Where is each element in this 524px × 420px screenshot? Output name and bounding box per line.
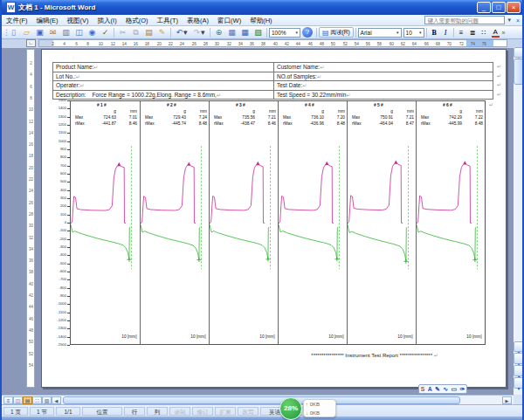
menu-item-1[interactable]: 编辑(E) — [32, 15, 63, 26]
horizontal-scroll-thumb[interactable] — [63, 396, 460, 404]
y-axis-tick-label: 0 — [52, 221, 66, 224]
insert-hyperlink-button[interactable]: ⊕ — [212, 27, 225, 38]
vertical-scrollbar[interactable]: ▲ ▼ ▲ ● ▼ — [514, 47, 524, 395]
table-cell-right[interactable]: Customer Name:↵ — [274, 63, 493, 72]
column-indicator[interactable]: 列 — [147, 407, 168, 416]
redo-button[interactable]: ↷▾ — [190, 27, 208, 38]
numbering-button[interactable]: ≣ — [467, 27, 479, 38]
scroll-up-button[interactable]: ▲ — [514, 47, 524, 58]
font-name-combobox[interactable]: Arial▾ — [358, 28, 402, 38]
title-bar[interactable]: W 文档 1 - Microsoft Word _□× — [2, 0, 522, 15]
normal-view-button[interactable]: ≡ — [3, 396, 13, 404]
paste-button[interactable]: ▤ — [142, 27, 155, 38]
menu-item-8[interactable]: 帮助(H) — [245, 15, 276, 26]
network-speed-panel[interactable]: ↑ 0KB ↓ 0KB — [303, 399, 336, 417]
italic-button[interactable]: I — [440, 27, 452, 38]
horizontal-ruler[interactable]: 2468101214161820222426283032343638404244… — [38, 39, 507, 47]
position-indicator[interactable]: 位置 — [82, 407, 122, 416]
next-page-button[interactable]: ▼ — [514, 377, 524, 389]
close-button[interactable]: × — [507, 2, 521, 13]
read-mode-button[interactable]: ▤阅读(R) — [319, 27, 354, 38]
help-dropdown-icon[interactable]: ▾ — [505, 17, 514, 24]
cut-button[interactable]: ✂ — [116, 27, 129, 38]
mode-改写[interactable]: 改写 — [238, 407, 259, 416]
menu-item-3[interactable]: 插入(I) — [93, 15, 121, 26]
tab-selector-button[interactable]: ∟ — [26, 39, 36, 47]
scroll-right-button[interactable]: ▶ — [502, 396, 512, 404]
web-layout-view-button[interactable]: ◫ — [13, 396, 23, 404]
outline-view-button[interactable]: ∷ — [32, 396, 42, 404]
font-name-value: Arial — [361, 30, 372, 36]
table-cell-left[interactable]: Product Name:↵ — [53, 63, 274, 72]
undo-button[interactable]: ↶▾ — [173, 27, 190, 38]
table-cell-left[interactable]: Operater:↵ — [53, 81, 274, 90]
table-cell-right[interactable]: Test Speed = 30.22mm/min↵ — [274, 91, 493, 100]
menu-item-6[interactable]: 表格(A) — [183, 15, 213, 26]
table-cell-left[interactable]: Lot No.:↵ — [53, 72, 274, 81]
tables-and-borders-button[interactable]: ▦ — [225, 27, 238, 38]
print-layout-view-button[interactable]: ▤ — [23, 396, 32, 404]
ruler-number: 40 — [272, 41, 277, 47]
freehand-annotate-icon[interactable]: ∿ — [443, 385, 448, 393]
restore-button[interactable]: □ — [492, 2, 506, 13]
col-header-g: g — [367, 109, 393, 114]
toolbar-overflow-icon[interactable]: » — [502, 30, 506, 36]
menu-item-7[interactable]: 窗口(W) — [213, 15, 245, 26]
print-button[interactable]: ▥ — [59, 27, 72, 38]
scroll-down-button[interactable]: ▼ — [514, 341, 524, 352]
table-cell-left[interactable]: Description: Force Range = 1000.22g,Elon… — [53, 91, 274, 100]
scroll-left-button[interactable]: ◀ — [52, 396, 61, 404]
minimize-button[interactable]: _ — [477, 2, 491, 13]
page-indicator[interactable]: 1 页 — [3, 407, 28, 416]
table-cell-right[interactable]: NO.of Samples:↵ — [274, 72, 493, 81]
open-folder-button[interactable]: ▱ — [20, 27, 33, 38]
spelling-button[interactable]: ✓ — [99, 27, 112, 38]
panel-curves — [279, 101, 348, 344]
menu-item-5[interactable]: 工具(T) — [153, 15, 183, 26]
research-button[interactable]: ◉ — [86, 27, 99, 38]
format-painter-button[interactable]: ✎ — [155, 27, 169, 38]
font-size-combobox[interactable]: 10▾ — [403, 28, 424, 38]
line-indicator[interactable]: 行 — [124, 407, 145, 416]
mode-修订[interactable]: 修订 — [192, 407, 213, 416]
y-axis-tick-label: 1500 — [52, 99, 66, 102]
y-axis-tick-label: -1000 — [52, 302, 66, 306]
network-speed-ball[interactable]: 28% — [279, 397, 302, 420]
page-count-indicator[interactable]: 1/1 — [56, 407, 80, 416]
brush-annotate-icon[interactable]: ✑ — [459, 385, 465, 393]
vertical-ruler[interactable]: 2468101214161820222426283032343638404244… — [26, 49, 35, 388]
mode-录制[interactable]: 录制 — [169, 407, 190, 416]
section-indicator[interactable]: 1 节 — [30, 407, 54, 416]
save-capture-icon[interactable]: S — [421, 385, 425, 393]
select-browse-object-button[interactable]: ● — [514, 365, 524, 376]
help-icon[interactable]: ? — [302, 27, 313, 38]
pen-annotate-icon[interactable]: ✎ — [435, 385, 440, 393]
mode-扩展[interactable]: 扩展 — [215, 407, 236, 416]
copy-button[interactable]: ⧉ — [129, 27, 142, 38]
document-page[interactable]: Product Name:↵Customer Name:↵Lot No.:↵NO… — [41, 49, 507, 388]
menubar-close-icon[interactable]: × — [514, 17, 522, 24]
new-document-button[interactable]: ▯ — [7, 27, 20, 38]
table-row: Product Name:↵Customer Name:↵ — [53, 63, 493, 72]
reading-view-button[interactable]: ▥ — [42, 396, 52, 404]
bold-button[interactable]: B — [429, 27, 440, 38]
align-center-button[interactable]: ≡ — [456, 27, 467, 38]
print-preview-button[interactable]: ◫ — [72, 27, 86, 38]
menu-item-4[interactable]: 格式(O) — [121, 15, 153, 26]
vertical-scroll-thumb[interactable] — [514, 59, 524, 85]
zoom-combobox[interactable]: 100%▾ — [269, 28, 300, 38]
save-button[interactable]: ▣ — [33, 27, 46, 38]
font-color-button[interactable]: A — [490, 27, 501, 38]
insert-table-button[interactable]: ▦ — [238, 27, 252, 38]
horizontal-scrollbar[interactable]: ◀ ▶ ≡◫▤∷▥ — [2, 395, 514, 404]
insert-excel-button[interactable]: ▧ — [252, 27, 265, 38]
table-cell-right[interactable]: Test Date:↵ — [274, 81, 493, 90]
email-button[interactable]: ✉ — [46, 27, 59, 38]
menu-item-2[interactable]: 视图(V) — [63, 15, 93, 26]
previous-page-button[interactable]: ▲ — [514, 353, 524, 364]
help-question-input[interactable] — [424, 16, 505, 24]
rect-annotate-icon[interactable]: ▭ — [451, 385, 457, 393]
menu-item-0[interactable]: 文件(F) — [2, 15, 32, 26]
text-annotate-icon[interactable]: A — [428, 385, 432, 393]
bullets-button[interactable]: ∷ — [479, 27, 490, 38]
